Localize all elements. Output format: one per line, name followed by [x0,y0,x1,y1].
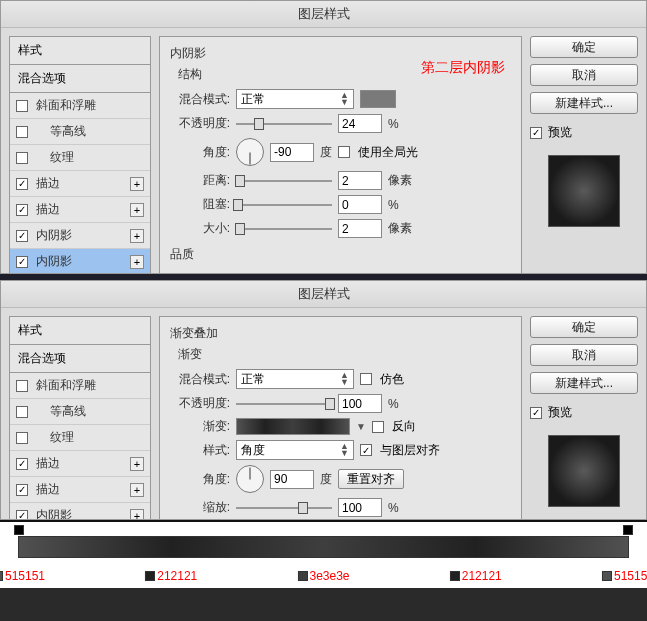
global-light-checkbox[interactable] [338,146,350,158]
opacity-stop[interactable] [14,525,24,535]
cancel-button[interactable]: 取消 [530,64,638,86]
angle-dial[interactable] [236,465,264,493]
opacity-unit: % [388,117,399,131]
add-effect-icon[interactable]: + [130,457,144,471]
color-stop[interactable]: 515151 [0,569,45,583]
blend-options-header[interactable]: 混合选项 [10,65,150,93]
section-title: 渐变叠加 [170,325,511,342]
scale-slider[interactable] [236,501,332,515]
add-effect-icon[interactable]: + [130,177,144,191]
opacity-input[interactable] [338,394,382,413]
add-effect-icon[interactable]: + [130,229,144,243]
gradient-group-label: 渐变 [170,346,511,363]
distance-input[interactable] [338,171,382,190]
reset-align-button[interactable]: 重置对齐 [338,469,404,489]
color-stop-marker[interactable] [602,571,612,581]
gradient-style-select[interactable]: 角度 ▲▼ [236,440,354,460]
style-checkbox[interactable] [16,100,28,112]
dropdown-icon[interactable]: ▼ [356,421,366,432]
blend-mode-select[interactable]: 正常 ▲▼ [236,89,354,109]
style-checkbox[interactable]: ✓ [16,230,28,242]
style-list-item[interactable]: ✓内阴影+ [10,249,150,274]
gradient-preview[interactable] [236,418,350,435]
choke-slider[interactable] [236,198,332,212]
size-input[interactable] [338,219,382,238]
align-label: 与图层对齐 [380,442,440,459]
style-list-item[interactable]: ✓内阴影+ [10,503,150,520]
style-checkbox[interactable] [16,380,28,392]
style-checkbox[interactable] [16,406,28,418]
size-slider[interactable] [236,222,332,236]
style-list-item[interactable]: 纹理 [10,425,150,451]
blend-options-header[interactable]: 混合选项 [10,345,150,373]
color-stop-marker[interactable] [297,571,307,581]
style-list-item[interactable]: ✓内阴影+ [10,223,150,249]
color-stop-marker[interactable] [0,571,3,581]
style-checkbox[interactable]: ✓ [16,484,28,496]
add-effect-icon[interactable]: + [130,483,144,497]
style-list-item[interactable]: 等高线 [10,119,150,145]
opacity-label: 不透明度: [170,395,230,412]
style-checkbox[interactable] [16,152,28,164]
select-arrows-icon: ▲▼ [340,92,349,106]
style-checkbox[interactable]: ✓ [16,256,28,268]
style-checkbox[interactable] [16,432,28,444]
style-checkbox[interactable]: ✓ [16,204,28,216]
style-list-item[interactable]: 斜面和浮雕 [10,93,150,119]
styles-header[interactable]: 样式 [10,37,150,65]
ok-button[interactable]: 确定 [530,316,638,338]
color-stop-hex: 515151 [5,569,45,583]
color-stop[interactable]: 212121 [450,569,502,583]
preview-checkbox[interactable]: ✓ [530,407,542,419]
style-list-item[interactable]: ✓描边+ [10,171,150,197]
style-checkbox[interactable]: ✓ [16,510,28,521]
scale-input[interactable] [338,498,382,517]
reverse-checkbox[interactable] [372,421,384,433]
dither-checkbox[interactable] [360,373,372,385]
preview-checkbox[interactable]: ✓ [530,127,542,139]
styles-list: 样式 混合选项 斜面和浮雕等高线纹理✓描边+✓描边+✓内阴影+✓内阴影+ [9,36,151,274]
style-list-item[interactable]: 斜面和浮雕 [10,373,150,399]
color-stop[interactable]: 515151 [602,569,647,583]
choke-input[interactable] [338,195,382,214]
distance-slider[interactable] [236,174,332,188]
style-list-item[interactable]: ✓描边+ [10,197,150,223]
gradient-style-value: 角度 [241,442,265,459]
opacity-slider[interactable] [236,117,332,131]
style-list-item[interactable]: ✓描边+ [10,477,150,503]
color-stop-marker[interactable] [145,571,155,581]
style-list-item[interactable]: ✓描边+ [10,451,150,477]
opacity-stop[interactable] [623,525,633,535]
add-effect-icon[interactable]: + [130,255,144,269]
style-item-label: 斜面和浮雕 [32,377,144,394]
new-style-button[interactable]: 新建样式... [530,372,638,394]
shadow-color-swatch[interactable] [360,90,396,108]
angle-dial[interactable] [236,138,264,166]
style-checkbox[interactable] [16,126,28,138]
angle-unit: 度 [320,471,332,488]
new-style-button[interactable]: 新建样式... [530,92,638,114]
style-checkbox[interactable]: ✓ [16,458,28,470]
opacity-input[interactable] [338,114,382,133]
style-list-item[interactable]: 纹理 [10,145,150,171]
gradient-track[interactable]: 5151512121213e3e3e212121515151 [18,536,629,558]
color-stop[interactable]: 212121 [145,569,197,583]
opacity-slider[interactable] [236,397,332,411]
angle-input[interactable] [270,470,314,489]
dialog-title: 图层样式 [1,281,646,308]
add-effect-icon[interactable]: + [130,203,144,217]
style-item-label: 等高线 [32,403,144,420]
style-list-item[interactable]: 等高线 [10,399,150,425]
style-checkbox[interactable]: ✓ [16,178,28,190]
color-stop-marker[interactable] [450,571,460,581]
blend-mode-label: 混合模式: [170,371,230,388]
cancel-button[interactable]: 取消 [530,344,638,366]
styles-header[interactable]: 样式 [10,317,150,345]
distance-label: 距离: [170,172,230,189]
add-effect-icon[interactable]: + [130,509,144,521]
align-checkbox[interactable]: ✓ [360,444,372,456]
ok-button[interactable]: 确定 [530,36,638,58]
angle-input[interactable] [270,143,314,162]
blend-mode-select[interactable]: 正常 ▲▼ [236,369,354,389]
color-stop[interactable]: 3e3e3e [297,569,349,583]
